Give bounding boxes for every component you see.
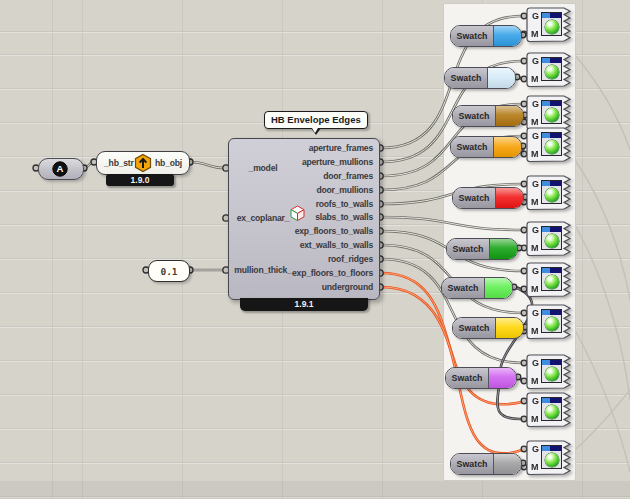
a-parameter[interactable]: A <box>38 158 84 180</box>
custom-preview-component[interactable]: GM <box>526 304 573 341</box>
hexagon-arrow-icon <box>133 153 153 173</box>
preview-input-g-label: G <box>532 11 539 21</box>
preview-icon <box>541 132 562 156</box>
preview-input-g-label: G <box>532 444 539 454</box>
swatch-label: Swatch <box>446 368 489 388</box>
swatch-dark-goldenrod[interactable]: Swatch <box>452 105 524 127</box>
preview-input-g-label: G <box>532 225 539 235</box>
preview-input-m-label: M <box>531 197 539 207</box>
swatch-color-bar[interactable] <box>488 68 515 88</box>
preview-input-g-label: G <box>532 179 539 189</box>
swatch-label: Swatch <box>442 278 485 298</box>
preview-icon <box>541 57 562 81</box>
swatch-label: Swatch <box>453 106 496 126</box>
custom-preview-component[interactable]: GM <box>526 354 573 391</box>
swatch-yellow[interactable]: Swatch <box>452 317 524 339</box>
swatch-orchid[interactable]: Swatch <box>445 367 517 389</box>
preview-input-m-label: M <box>531 149 539 159</box>
swatch-orange[interactable]: Swatch <box>450 136 522 158</box>
preview-input-g-label: G <box>532 266 539 276</box>
preview-input-m-label: M <box>531 243 539 253</box>
preview-icon <box>541 267 562 291</box>
swatch-color-bar[interactable] <box>485 278 512 298</box>
swatch-red[interactable]: Swatch <box>452 187 524 209</box>
swatch-label: Swatch <box>453 188 496 208</box>
preview-input-m-label: M <box>531 376 539 386</box>
output-label-ext_walls_to_walls: ext_walls_to_walls <box>276 240 373 250</box>
swatch-blue[interactable]: Swatch <box>450 25 522 47</box>
swatch-label: Swatch <box>451 26 494 46</box>
preview-input-g-label: G <box>532 358 539 368</box>
preview-icon <box>541 180 562 204</box>
preview-input-m-label: M <box>531 414 539 424</box>
component-name-tag: HB Envelope Edges <box>264 111 368 129</box>
preview-input-m-label: M <box>531 74 539 84</box>
swatch-label: Swatch <box>447 239 490 259</box>
svg-text:A: A <box>57 163 64 174</box>
swatch-pale-blue[interactable]: Swatch <box>444 67 516 89</box>
output-label-door_mullions: door_mullions <box>276 185 373 195</box>
output-label-underground: underground <box>276 282 373 292</box>
preview-input-g-label: G <box>532 308 539 318</box>
preview-icon <box>541 397 562 421</box>
input-label-ex_coplanar_: ex_coplanar_ <box>230 213 296 223</box>
preview-icon <box>541 445 562 469</box>
a-icon: A <box>52 161 68 177</box>
custom-preview-component[interactable]: GM <box>526 221 573 258</box>
preview-input-m-label: M <box>531 326 539 336</box>
preview-icon <box>541 12 562 36</box>
number-panel[interactable]: 0.1 <box>148 260 190 282</box>
preview-input-m-label: M <box>531 29 539 39</box>
version-badge: 1.9.0 <box>106 174 174 186</box>
preview-icon <box>541 359 562 383</box>
swatch-color-bar[interactable] <box>496 318 523 338</box>
custom-preview-component[interactable]: GM <box>526 440 573 477</box>
swatch-green[interactable]: Swatch <box>446 238 518 260</box>
preview-input-m-label: M <box>531 284 539 294</box>
input-label-mullion_thick_: mullion_thick_ <box>230 265 296 275</box>
version-badge: 1.9.1 <box>240 298 368 311</box>
output-label-aperture_frames: aperture_frames <box>276 143 373 153</box>
swatch-light-green[interactable]: Swatch <box>441 277 513 299</box>
preview-icon <box>541 309 562 333</box>
preview-input-m-label: M <box>531 117 539 127</box>
custom-preview-component[interactable]: GM <box>526 175 573 212</box>
swatch-label: Swatch <box>445 68 488 88</box>
preview-input-g-label: G <box>532 396 539 406</box>
preview-icon <box>541 100 562 124</box>
hb-string-to-object-component[interactable]: _hb_str hb_obj <box>96 151 190 175</box>
preview-input-m-label: M <box>531 462 539 472</box>
swatch-color-bar[interactable] <box>490 239 517 259</box>
grasshopper-canvas[interactable]: A _hb_str hb_obj 1.9.0 0.1 HB Envelope E… <box>0 0 630 499</box>
custom-preview-component[interactable]: GM <box>526 7 573 44</box>
output-label-roofs_to_walls: roofs_to_walls <box>276 199 373 209</box>
input-label-_model: _model <box>230 163 296 173</box>
hb-input-label: _hb_str <box>104 158 134 168</box>
swatch-label: Swatch <box>451 137 494 157</box>
preview-input-g-label: G <box>532 56 539 66</box>
output-label-roof_ridges: roof_ridges <box>276 254 373 264</box>
swatch-color-bar[interactable] <box>494 137 521 157</box>
swatch-color-bar[interactable] <box>494 26 521 46</box>
preview-input-g-label: G <box>532 131 539 141</box>
custom-preview-component[interactable]: GM <box>526 127 573 164</box>
custom-preview-component[interactable]: GM <box>526 52 573 89</box>
swatch-label: Swatch <box>451 454 494 474</box>
swatch-color-bar[interactable] <box>494 454 521 474</box>
swatch-color-bar[interactable] <box>496 188 523 208</box>
hb-output-label: hb_obj <box>155 158 182 168</box>
preview-icon <box>541 226 562 250</box>
swatch-label: Swatch <box>453 318 496 338</box>
swatch-gray[interactable]: Swatch <box>450 453 522 475</box>
custom-preview-component[interactable]: GM <box>526 392 573 429</box>
swatch-color-bar[interactable] <box>489 368 516 388</box>
custom-preview-component[interactable]: GM <box>526 262 573 299</box>
number-panel-value: 0.1 <box>160 266 177 277</box>
preview-input-g-label: G <box>532 99 539 109</box>
output-label-exp_floors_to_walls: exp_floors_to_walls <box>276 226 373 236</box>
swatch-color-bar[interactable] <box>496 106 523 126</box>
